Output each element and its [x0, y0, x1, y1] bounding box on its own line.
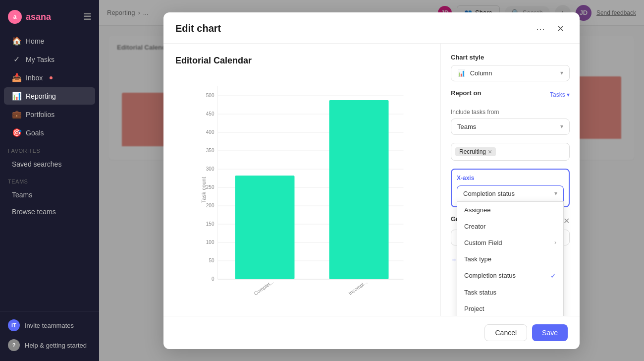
svg-text:200: 200 — [206, 203, 215, 208]
modal-overlay: Edit chart ⋯ ✕ Editorial Calendar — [99, 0, 644, 361]
teams-section-title: Teams — [0, 173, 99, 186]
goals-icon: 🎯 — [12, 128, 21, 137]
include-tasks-chevron: ▾ — [560, 123, 563, 130]
completion-status-label: Completion status — [464, 272, 516, 279]
svg-text:500: 500 — [206, 93, 215, 98]
modal-title: Edit chart — [175, 23, 221, 34]
help-item[interactable]: ? Help & getting started — [0, 335, 99, 355]
chart-style-value: Column — [470, 69, 492, 77]
recruiting-tag-remove[interactable]: × — [488, 148, 492, 155]
help-avatar: ? — [8, 339, 20, 351]
svg-text:300: 300 — [206, 166, 215, 172]
xaxis-label: X-axis — [457, 175, 564, 181]
report-on-tasks-dropdown[interactable]: Tasks ▾ — [550, 91, 570, 98]
more-icon: ⋯ — [536, 23, 545, 34]
dropdown-item-task-status[interactable]: Task status — [457, 284, 563, 301]
svg-text:0: 0 — [212, 276, 215, 282]
chart-style-select[interactable]: 📊 Column ▾ — [451, 65, 570, 81]
creator-label: Creator — [464, 223, 485, 230]
inbox-notification-dot — [50, 76, 53, 79]
sidebar-portfolios-label: Portfolios — [26, 111, 54, 119]
completion-status-check: ✓ — [550, 272, 556, 280]
svg-text:50: 50 — [209, 258, 215, 263]
custom-field-chevron: › — [554, 239, 556, 246]
svg-text:450: 450 — [206, 111, 215, 117]
invite-avatar: IT — [8, 319, 20, 331]
xaxis-dropdown-button[interactable]: Completion status ▾ — [457, 185, 564, 201]
sidebar-goals-label: Goals — [26, 129, 44, 137]
sidebar-item-teams[interactable]: Teams — [4, 187, 95, 203]
tags-row-container: Recruiting × — [451, 143, 570, 161]
main-area: Reporting › ... JD 👥 Share 🔍 Search ＋ JD… — [99, 0, 644, 361]
settings-panel: Chart style 📊 Column ▾ Report on — [441, 44, 580, 316]
cancel-button[interactable]: Cancel — [484, 324, 527, 341]
teams-label: Teams — [12, 191, 32, 199]
tasks-icon: ✓ — [12, 55, 21, 64]
chart-preview: Editorial Calendar Task count 0 50 — [163, 44, 441, 316]
report-on-label: Report on — [451, 89, 481, 97]
sidebar-item-home[interactable]: 🏠 Home — [4, 32, 95, 50]
modal-header-actions: ⋯ ✕ — [533, 21, 568, 36]
sidebar-item-saved-searches[interactable]: Saved searches — [4, 156, 95, 172]
group-by-clear[interactable]: ✕ — [563, 216, 570, 226]
dropdown-item-creator[interactable]: Creator — [457, 218, 563, 235]
sidebar-bottom: IT Invite teammates ? Help & getting sta… — [0, 311, 99, 355]
chart-style-row: Chart style 📊 Column ▾ — [451, 54, 570, 81]
svg-text:350: 350 — [206, 148, 215, 153]
sidebar-mytasks-label: My Tasks — [26, 56, 54, 63]
browse-teams-label: Browse teams — [12, 208, 56, 216]
invite-teammates-item[interactable]: IT Invite teammates — [0, 315, 99, 335]
report-on-row: Report on Tasks ▾ — [451, 89, 570, 101]
favorites-section-title: Favorites — [0, 142, 99, 156]
assignee-label: Assignee — [464, 206, 490, 214]
include-tasks-select[interactable]: Teams ▾ — [451, 119, 570, 135]
invite-label: Invite teammates — [25, 322, 74, 329]
modal-header: Edit chart ⋯ ✕ — [163, 12, 580, 44]
chart-style-icon-label: 📊 Column — [457, 69, 492, 77]
xaxis-selected-value: Completion status — [463, 190, 515, 197]
xaxis-chevron: ▾ — [554, 190, 557, 197]
svg-rect-26 — [329, 100, 389, 279]
save-button[interactable]: Save — [532, 324, 568, 341]
xaxis-dropdown-menu: Assignee Creator Custom Field › — [457, 201, 564, 316]
sidebar-item-reporting[interactable]: 📊 Reporting — [4, 87, 95, 105]
dropdown-item-completion-status[interactable]: Completion status ✓ — [457, 267, 563, 284]
logo-text: asana — [26, 12, 51, 22]
sidebar-item-inbox[interactable]: 📥 Inbox — [4, 69, 95, 86]
sidebar-reporting-label: Reporting — [26, 92, 56, 100]
svg-text:Complet...: Complet... — [253, 279, 275, 296]
dropdown-item-project[interactable]: Project — [457, 301, 563, 316]
xaxis-section: X-axis Completion status ▾ Assignee — [451, 169, 570, 207]
dropdown-item-assignee[interactable]: Assignee — [457, 202, 563, 218]
sidebar-home-label: Home — [26, 37, 44, 45]
sidebar: a asana ☰ 🏠 Home ✓ My Tasks 📥 Inbox 📊 Re… — [0, 0, 99, 361]
report-on-header: Report on Tasks ▾ — [451, 89, 570, 101]
report-on-value: Tasks — [550, 91, 565, 98]
sidebar-item-portfolios[interactable]: 💼 Portfolios — [4, 106, 95, 123]
modal-footer: Cancel Save — [163, 316, 580, 349]
svg-text:250: 250 — [206, 184, 215, 190]
sidebar-menu-icon[interactable]: ☰ — [83, 11, 91, 22]
chart-preview-title: Editorial Calendar — [175, 56, 429, 66]
sidebar-item-my-tasks[interactable]: ✓ My Tasks — [4, 51, 95, 68]
close-icon: ✕ — [557, 23, 564, 34]
sidebar-item-goals[interactable]: 🎯 Goals — [4, 124, 95, 141]
recruiting-tag-label: Recruiting — [459, 148, 486, 155]
home-icon: 🏠 — [12, 36, 21, 46]
modal-close-button[interactable]: ✕ — [553, 21, 568, 36]
task-type-label: Task type — [464, 255, 491, 263]
sidebar-item-browse-teams[interactable]: Browse teams — [4, 204, 95, 220]
dropdown-item-custom-field[interactable]: Custom Field › — [457, 235, 563, 251]
svg-rect-24 — [235, 176, 295, 279]
app-logo: a asana ☰ — [0, 6, 99, 32]
include-tasks-value: Teams — [457, 123, 476, 130]
include-tasks-row: Include tasks from Teams ▾ — [451, 109, 570, 135]
dropdown-item-task-type[interactable]: Task type — [457, 251, 563, 267]
modal-more-button[interactable]: ⋯ — [533, 21, 548, 36]
chart-area: Task count 0 50 100 150 — [175, 76, 429, 304]
help-label: Help & getting started — [25, 342, 87, 349]
custom-field-label: Custom Field — [464, 239, 502, 246]
logo-icon: a — [8, 10, 22, 24]
chart-svg: Task count 0 50 100 150 — [175, 76, 429, 304]
xaxis-dropdown-container: Completion status ▾ Assignee Creator — [457, 185, 564, 201]
